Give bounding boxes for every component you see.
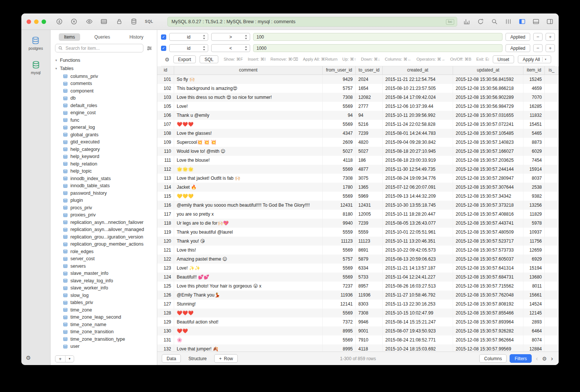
cell-item_id[interactable]: 8037 [523, 174, 545, 183]
cell-id[interactable]: 125 [157, 282, 174, 291]
filter-enabled-checkbox[interactable]: ✓ [161, 46, 166, 51]
cell-is_[interactable] [545, 344, 559, 352]
cell-created_at[interactable]: 2015-10-11 13:20:46.351 [383, 237, 453, 246]
cell-id[interactable]: 106 [157, 111, 174, 120]
cell-comment[interactable]: Amazing pastel theme 😊 [174, 255, 323, 264]
table-row[interactable]: 127Stunning!1214183032015-11-13 22:30:16… [157, 300, 559, 309]
table-row[interactable]: 126@Emily Thank you💃11936119362015-11-27… [157, 291, 559, 300]
cell-id[interactable]: 120 [157, 237, 174, 246]
cell-id[interactable]: 126 [157, 291, 174, 300]
sidebar-table-item[interactable]: time_zone_transition [55, 328, 157, 336]
cell-created_at[interactable]: 2015-11-04 12:24:41.227 [383, 273, 453, 282]
cell-updated_at[interactable]: 2015-12-08 15:30:57.99569 [453, 344, 523, 352]
cell-created_at[interactable]: 2015-11-21 22:12:54.754 [383, 75, 453, 84]
cell-is_[interactable] [545, 165, 559, 174]
applied-button[interactable]: Applied [505, 33, 530, 41]
cell-created_at[interactable]: 2015-10-11 20:39:56.992 [383, 111, 453, 120]
cell-updated_at[interactable]: 2015-12-08 15:30:57.855466 [453, 309, 523, 317]
cell-from_user_id[interactable]: 7308 [323, 93, 356, 102]
cell-id[interactable]: 109 [157, 138, 174, 147]
cell-id[interactable]: 132 [157, 344, 174, 352]
cell-from_user_id[interactable]: 5569 [323, 120, 356, 129]
page-next-icon[interactable]: › [550, 355, 554, 362]
cell-comment[interactable]: Love! ✨✨ [174, 264, 323, 273]
cell-to_user_id[interactable]: 5969 [356, 192, 383, 201]
cell-item_id[interactable]: 12659 [523, 246, 545, 255]
table-row[interactable]: 128❤️❤️❤️556973082015-10-15 10:02:47.992… [157, 309, 559, 317]
cell-updated_at[interactable]: 2015-12-08 15:30:57.244144 [453, 165, 523, 174]
cell-item_id[interactable]: 5978 [523, 219, 545, 228]
cell-is_[interactable] [545, 192, 559, 201]
applied-button[interactable]: Applied [505, 44, 530, 52]
zoom-window-button[interactable] [42, 19, 46, 24]
cell-is_[interactable] [545, 147, 559, 156]
cell-item_id[interactable]: 12884 [523, 344, 545, 352]
cell-comment[interactable]: Stunning! [174, 300, 323, 309]
filter-operator-select[interactable]: < [211, 44, 250, 52]
cell-updated_at[interactable]: 2015-12-08 15:30:57.715562 [453, 282, 523, 291]
cell-created_at[interactable]: 2015-08-26 16:03:27.513 [383, 282, 453, 291]
cell-id[interactable]: 131 [157, 335, 174, 344]
cell-comment[interactable]: Beautiful!! 💕💕 [174, 273, 323, 282]
cell-is_[interactable] [545, 156, 559, 165]
toggle-bottom-panel-icon[interactable] [532, 18, 540, 25]
connection-mysql[interactable]: mysql [31, 60, 40, 75]
cell-id[interactable]: 105 [157, 102, 174, 111]
cell-is_[interactable] [545, 201, 559, 210]
cell-is_[interactable] [545, 93, 559, 102]
cell-from_user_id[interactable]: 4347 [323, 129, 356, 138]
add-item-button[interactable]: + [55, 356, 65, 362]
cell-created_at[interactable]: 2015-08-18 20:27:10.945 [383, 147, 453, 156]
sidebar-table-item[interactable]: server_cost [55, 255, 157, 263]
cell-updated_at[interactable]: 2015-12-08 15:30:56.866218 [453, 84, 523, 93]
sidebar-table-item[interactable]: replication_grou...iguration_version [55, 233, 157, 241]
table-row[interactable]: 111Love the blouse!41181862015-08-18 23:… [157, 156, 559, 165]
table-row[interactable]: 110Would love to! @mith 😊502750272015-08… [157, 147, 559, 156]
cell-to_user_id[interactable]: 4118 [356, 344, 383, 352]
cell-id[interactable]: 130 [157, 326, 174, 335]
cell-id[interactable]: 114 [157, 183, 174, 192]
cell-from_user_id[interactable]: 5569 [323, 273, 356, 282]
sidebar-table-item[interactable]: innodb_index_stats [55, 175, 157, 182]
cell-to_user_id[interactable]: 11123 [356, 237, 383, 246]
table-row[interactable]: 132Love that jumper! 🍂899541182015-10-24… [157, 344, 559, 352]
tab-history[interactable]: History [124, 33, 149, 41]
add-row-button[interactable]: + Row [214, 354, 238, 363]
settings-gear-icon[interactable]: ⚙ [26, 355, 31, 361]
cell-from_user_id[interactable]: 12431 [323, 201, 356, 210]
cell-updated_at[interactable]: 2015-12-08 15:30:56.984729 [453, 102, 523, 111]
cell-created_at[interactable]: 2015-08-13 20:59:06.623 [383, 255, 453, 264]
sidebar-table-item[interactable]: time_zone [55, 306, 157, 314]
cell-to_user_id[interactable]: 5216 [356, 120, 383, 129]
cell-is_[interactable] [545, 291, 559, 300]
cell-is_[interactable] [545, 246, 559, 255]
cell-comment[interactable]: 🌟🌟🌟 [174, 165, 323, 174]
table-rows-icon[interactable] [100, 18, 107, 25]
cell-comment[interactable]: This background is amazing😍 [174, 84, 323, 93]
cell-to_user_id[interactable]: 5559 [356, 228, 383, 237]
cell-id[interactable]: 121 [157, 246, 174, 255]
filter-enabled-checkbox[interactable]: ✓ [161, 34, 166, 40]
cell-created_at[interactable]: 2015-11-27 10:58:46.792 [383, 291, 453, 300]
cell-updated_at[interactable]: 2015-12-08 15:30:57.34342 [453, 192, 523, 201]
cell-comment[interactable]: Would love to! @mith 😊 [174, 147, 323, 156]
cell-item_id[interactable]: 10937 [523, 228, 545, 237]
cell-updated_at[interactable]: 2015-12-08 15:30:57.408816 [453, 210, 523, 219]
cell-is_[interactable] [545, 84, 559, 93]
sidebar-table-item[interactable]: user [55, 343, 157, 350]
cell-to_user_id[interactable]: 8957 [356, 282, 383, 291]
filter-settings-gear-icon[interactable]: ⚙ [165, 57, 170, 63]
page-previous-icon[interactable]: ‹ [535, 355, 539, 362]
cell-created_at[interactable]: 2015-10-11 18:28:20.447 [383, 210, 453, 219]
cell-from_user_id[interactable]: 94 [323, 111, 356, 120]
cell-id[interactable]: 128 [157, 309, 174, 317]
cell-is_[interactable] [545, 237, 559, 246]
cell-comment[interactable]: Love! [174, 102, 323, 111]
item-search-box[interactable] [55, 44, 143, 52]
cell-created_at[interactable]: 2015-11-30 12:54:49.735 [383, 165, 453, 174]
column-header-to_user_id[interactable]: to_user_id [356, 66, 383, 75]
cell-created_at[interactable]: 2015-11-21 14:13:57.187 [383, 264, 453, 273]
column-header-comment[interactable]: comment [174, 66, 323, 75]
tree-section-tables[interactable]: ▾ Tables [54, 64, 157, 73]
cell-to_user_id[interactable]: 186 [356, 156, 383, 165]
